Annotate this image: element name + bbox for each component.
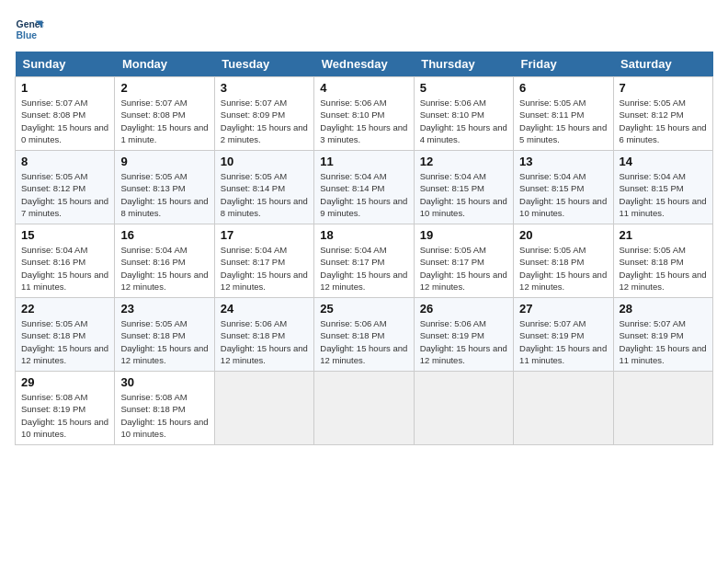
day-info: Sunrise: 5:04 AM Sunset: 8:14 PM Dayligh… — [320, 170, 407, 219]
calendar-day-12: 12 Sunrise: 5:04 AM Sunset: 8:15 PM Dayl… — [414, 151, 513, 224]
calendar-day-19: 19 Sunrise: 5:05 AM Sunset: 8:17 PM Dayl… — [414, 224, 513, 298]
calendar-day-20: 20 Sunrise: 5:05 AM Sunset: 8:18 PM Dayl… — [514, 224, 613, 298]
day-header-monday: Monday — [115, 52, 214, 77]
calendar-day-7: 7 Sunrise: 5:05 AM Sunset: 8:12 PM Dayli… — [613, 77, 712, 151]
day-info: Sunrise: 5:05 AM Sunset: 8:17 PM Dayligh… — [420, 244, 507, 293]
calendar-day-29: 29 Sunrise: 5:08 AM Sunset: 8:19 PM Dayl… — [16, 372, 115, 445]
day-info: Sunrise: 5:05 AM Sunset: 8:18 PM Dayligh… — [21, 317, 108, 366]
day-number: 19 — [420, 228, 507, 242]
day-number: 16 — [120, 228, 208, 242]
day-info: Sunrise: 5:04 AM Sunset: 8:16 PM Dayligh… — [21, 244, 108, 293]
day-number: 11 — [320, 155, 407, 168]
empty-cell — [414, 372, 513, 445]
logo-icon: General Blue — [15, 15, 44, 44]
day-info: Sunrise: 5:06 AM Sunset: 8:10 PM Dayligh… — [320, 97, 407, 145]
calendar-day-6: 6 Sunrise: 5:05 AM Sunset: 8:11 PM Dayli… — [514, 77, 613, 151]
day-info: Sunrise: 5:05 AM Sunset: 8:14 PM Dayligh… — [221, 170, 308, 219]
calendar-day-26: 26 Sunrise: 5:06 AM Sunset: 8:19 PM Dayl… — [414, 298, 513, 372]
day-number: 10 — [221, 155, 308, 168]
day-number: 30 — [120, 375, 208, 389]
calendar-day-11: 11 Sunrise: 5:04 AM Sunset: 8:14 PM Dayl… — [314, 151, 414, 224]
day-number: 14 — [620, 155, 707, 168]
day-number: 6 — [519, 81, 607, 95]
empty-cell — [514, 372, 613, 445]
day-header-thursday: Thursday — [414, 52, 513, 77]
calendar-day-17: 17 Sunrise: 5:04 AM Sunset: 8:17 PM Dayl… — [214, 224, 313, 298]
calendar-day-1: 1 Sunrise: 5:07 AM Sunset: 8:08 PM Dayli… — [16, 77, 115, 151]
calendar-day-23: 23 Sunrise: 5:05 AM Sunset: 8:18 PM Dayl… — [115, 298, 214, 372]
day-number: 4 — [320, 81, 407, 95]
day-info: Sunrise: 5:04 AM Sunset: 8:15 PM Dayligh… — [519, 170, 607, 219]
calendar-day-22: 22 Sunrise: 5:05 AM Sunset: 8:18 PM Dayl… — [16, 298, 115, 372]
day-info: Sunrise: 5:05 AM Sunset: 8:11 PM Dayligh… — [519, 97, 607, 145]
day-number: 12 — [420, 155, 507, 168]
calendar-day-2: 2 Sunrise: 5:07 AM Sunset: 8:08 PM Dayli… — [115, 77, 214, 151]
calendar-week-1: 1 Sunrise: 5:07 AM Sunset: 8:08 PM Dayli… — [16, 77, 713, 151]
day-info: Sunrise: 5:07 AM Sunset: 8:09 PM Dayligh… — [221, 97, 308, 145]
day-info: Sunrise: 5:04 AM Sunset: 8:17 PM Dayligh… — [320, 244, 407, 293]
day-info: Sunrise: 5:04 AM Sunset: 8:15 PM Dayligh… — [620, 170, 707, 219]
day-number: 15 — [21, 228, 108, 242]
day-info: Sunrise: 5:05 AM Sunset: 8:12 PM Dayligh… — [620, 97, 707, 145]
day-info: Sunrise: 5:06 AM Sunset: 8:19 PM Dayligh… — [420, 317, 507, 366]
day-header-tuesday: Tuesday — [214, 52, 313, 77]
day-info: Sunrise: 5:06 AM Sunset: 8:18 PM Dayligh… — [221, 317, 308, 366]
calendar-day-13: 13 Sunrise: 5:04 AM Sunset: 8:15 PM Dayl… — [514, 151, 613, 224]
calendar-day-3: 3 Sunrise: 5:07 AM Sunset: 8:09 PM Dayli… — [214, 77, 313, 151]
day-info: Sunrise: 5:06 AM Sunset: 8:18 PM Dayligh… — [320, 317, 407, 366]
calendar-week-2: 8 Sunrise: 5:05 AM Sunset: 8:12 PM Dayli… — [16, 151, 713, 224]
empty-cell — [314, 372, 414, 445]
day-header-wednesday: Wednesday — [314, 52, 414, 77]
day-header-saturday: Saturday — [613, 52, 712, 77]
calendar-header-row: SundayMondayTuesdayWednesdayThursdayFrid… — [16, 52, 713, 77]
calendar-day-9: 9 Sunrise: 5:05 AM Sunset: 8:13 PM Dayli… — [115, 151, 214, 224]
day-info: Sunrise: 5:07 AM Sunset: 8:19 PM Dayligh… — [620, 317, 707, 366]
day-info: Sunrise: 5:08 AM Sunset: 8:18 PM Dayligh… — [120, 391, 208, 440]
day-header-friday: Friday — [514, 52, 613, 77]
day-number: 27 — [519, 302, 607, 316]
day-info: Sunrise: 5:05 AM Sunset: 8:12 PM Dayligh… — [21, 170, 108, 219]
day-number: 22 — [21, 302, 108, 316]
calendar-day-28: 28 Sunrise: 5:07 AM Sunset: 8:19 PM Dayl… — [613, 298, 712, 372]
day-number: 7 — [620, 81, 707, 95]
day-info: Sunrise: 5:07 AM Sunset: 8:08 PM Dayligh… — [21, 97, 108, 145]
day-number: 2 — [120, 81, 208, 95]
calendar-day-25: 25 Sunrise: 5:06 AM Sunset: 8:18 PM Dayl… — [314, 298, 414, 372]
calendar-day-30: 30 Sunrise: 5:08 AM Sunset: 8:18 PM Dayl… — [115, 372, 214, 445]
svg-text:Blue: Blue — [17, 30, 38, 40]
day-info: Sunrise: 5:04 AM Sunset: 8:17 PM Dayligh… — [221, 244, 308, 293]
day-number: 28 — [620, 302, 707, 316]
day-info: Sunrise: 5:05 AM Sunset: 8:18 PM Dayligh… — [620, 244, 707, 293]
day-number: 25 — [320, 302, 407, 316]
day-info: Sunrise: 5:05 AM Sunset: 8:18 PM Dayligh… — [519, 244, 607, 293]
day-number: 23 — [120, 302, 208, 316]
calendar-day-5: 5 Sunrise: 5:06 AM Sunset: 8:10 PM Dayli… — [414, 77, 513, 151]
calendar-day-24: 24 Sunrise: 5:06 AM Sunset: 8:18 PM Dayl… — [214, 298, 313, 372]
day-info: Sunrise: 5:05 AM Sunset: 8:18 PM Dayligh… — [120, 317, 208, 366]
day-info: Sunrise: 5:04 AM Sunset: 8:16 PM Dayligh… — [120, 244, 208, 293]
day-info: Sunrise: 5:06 AM Sunset: 8:10 PM Dayligh… — [420, 97, 507, 145]
day-number: 21 — [620, 228, 707, 242]
day-number: 17 — [221, 228, 308, 242]
empty-cell — [613, 372, 712, 445]
calendar-day-15: 15 Sunrise: 5:04 AM Sunset: 8:16 PM Dayl… — [16, 224, 115, 298]
calendar-week-3: 15 Sunrise: 5:04 AM Sunset: 8:16 PM Dayl… — [16, 224, 713, 298]
header: General Blue — [15, 15, 713, 44]
calendar-day-16: 16 Sunrise: 5:04 AM Sunset: 8:16 PM Dayl… — [115, 224, 214, 298]
calendar-day-21: 21 Sunrise: 5:05 AM Sunset: 8:18 PM Dayl… — [613, 224, 712, 298]
day-number: 1 — [21, 81, 108, 95]
day-number: 5 — [420, 81, 507, 95]
calendar-day-8: 8 Sunrise: 5:05 AM Sunset: 8:12 PM Dayli… — [16, 151, 115, 224]
day-number: 24 — [221, 302, 308, 316]
calendar-day-18: 18 Sunrise: 5:04 AM Sunset: 8:17 PM Dayl… — [314, 224, 414, 298]
day-info: Sunrise: 5:07 AM Sunset: 8:19 PM Dayligh… — [519, 317, 607, 366]
day-header-sunday: Sunday — [16, 52, 115, 77]
day-number: 26 — [420, 302, 507, 316]
calendar-body: 1 Sunrise: 5:07 AM Sunset: 8:08 PM Dayli… — [16, 77, 713, 445]
empty-cell — [214, 372, 313, 445]
day-info: Sunrise: 5:07 AM Sunset: 8:08 PM Dayligh… — [120, 97, 208, 145]
calendar-table: SundayMondayTuesdayWednesdayThursdayFrid… — [15, 52, 713, 445]
calendar-day-4: 4 Sunrise: 5:06 AM Sunset: 8:10 PM Dayli… — [314, 77, 414, 151]
calendar-week-5: 29 Sunrise: 5:08 AM Sunset: 8:19 PM Dayl… — [16, 372, 713, 445]
day-number: 3 — [221, 81, 308, 95]
